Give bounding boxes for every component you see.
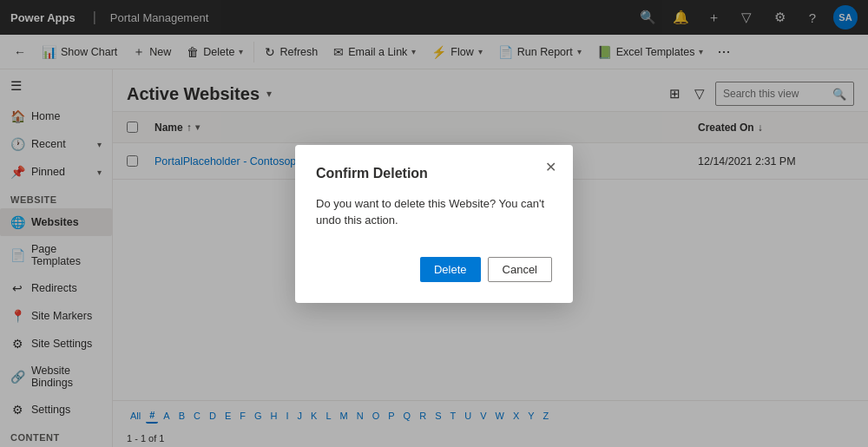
modal-close-button[interactable]: ✕ — [538, 155, 562, 180]
modal-title: Confirm Deletion — [316, 166, 552, 181]
confirm-deletion-modal: Confirm Deletion ✕ Do you want to delete… — [295, 145, 573, 303]
modal-delete-button[interactable]: Delete — [420, 257, 481, 282]
modal-footer: Delete Cancel — [316, 257, 552, 282]
modal-overlay: Confirm Deletion ✕ Do you want to delete… — [0, 0, 868, 447]
modal-body: Do you want to delete this Website? You … — [316, 195, 552, 229]
modal-cancel-button[interactable]: Cancel — [488, 257, 552, 282]
